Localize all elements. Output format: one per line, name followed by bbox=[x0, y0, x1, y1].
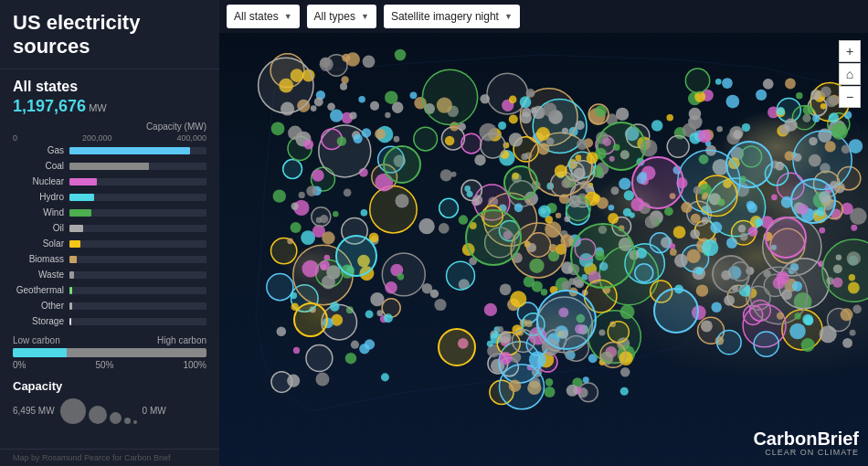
chart-section: Capacity (MW) 0 200,000 400,000 GasCoalN… bbox=[13, 122, 206, 328]
imagery-dropdown-arrow: ▼ bbox=[504, 12, 513, 21]
total-mw: 1,197,676 MW bbox=[13, 97, 206, 116]
types-dropdown[interactable]: All types ▼ bbox=[307, 5, 376, 28]
bar-row-biomass: Biomass bbox=[13, 253, 206, 266]
types-dropdown-arrow: ▼ bbox=[361, 12, 369, 21]
states-dropdown-label: All states bbox=[234, 10, 279, 23]
bar-track bbox=[69, 256, 206, 263]
bar-fill bbox=[69, 147, 190, 154]
bar-label: Geothermal bbox=[13, 285, 69, 295]
bar-track bbox=[69, 178, 206, 185]
bar-label: Other bbox=[13, 301, 69, 311]
bar-track bbox=[69, 194, 206, 201]
axis-labels: 0 200,000 400,000 bbox=[13, 133, 206, 143]
left-panel: US electricity sources All states 1,197,… bbox=[0, 0, 219, 466]
axis-0: 0 bbox=[13, 133, 17, 143]
bar-fill bbox=[69, 240, 80, 248]
bar-fill bbox=[69, 225, 83, 232]
bar-row-geothermal: Geothermal bbox=[13, 284, 206, 297]
bar-label: Wind bbox=[13, 207, 69, 217]
bar-label: Hydro bbox=[13, 192, 69, 202]
capacity-max: 6,495 MW bbox=[13, 406, 55, 416]
bar-fill bbox=[69, 178, 97, 185]
bar-fill bbox=[69, 194, 94, 201]
bar-row-nuclear: Nuclear bbox=[13, 175, 206, 188]
bar-track bbox=[69, 225, 206, 232]
chart-title: Capacity (MW) bbox=[13, 122, 206, 132]
circle-medium bbox=[89, 406, 107, 424]
bar-fill bbox=[69, 209, 91, 217]
carbon-low-label: Low carbon bbox=[13, 335, 60, 345]
circle-large bbox=[60, 398, 86, 424]
bar-fill bbox=[69, 163, 149, 170]
bar-row-gas: Gas bbox=[13, 144, 206, 157]
watermark: Map by Rosamund Pearce for Carbon Brief bbox=[0, 449, 219, 466]
dots-layer bbox=[219, 0, 868, 466]
bar-label: Solar bbox=[13, 238, 69, 249]
bar-fill bbox=[69, 256, 77, 263]
bar-row-wind: Wind bbox=[13, 207, 206, 219]
capacity-legend-title: Capacity bbox=[13, 379, 206, 393]
bar-track bbox=[69, 318, 206, 325]
bar-label: Nuclear bbox=[13, 176, 69, 186]
bar-fill bbox=[69, 302, 72, 310]
carbonbrief-logo: CarbonBrief CLEAR ON CLIMATE bbox=[753, 429, 859, 457]
panel-title: US electricity sources bbox=[0, 0, 219, 69]
bar-row-waste: Waste bbox=[13, 269, 206, 281]
carbon-section: Low carbon High carbon 0% 50% 100% bbox=[13, 335, 206, 370]
mw-range: 6,495 MW 0 MW bbox=[13, 398, 206, 424]
axis-200k: 200,000 bbox=[82, 133, 112, 143]
bar-fill bbox=[69, 271, 74, 279]
bar-track bbox=[69, 271, 206, 279]
map-header: All states ▼ All types ▼ Satellite image… bbox=[219, 0, 868, 33]
carbon-bar-fill bbox=[13, 348, 67, 357]
circle-small bbox=[110, 412, 122, 424]
bar-label: Gas bbox=[13, 145, 69, 155]
bar-row-other: Other bbox=[13, 300, 206, 312]
imagery-dropdown-label: Satellite imagery night bbox=[391, 10, 499, 23]
carbon-pct-labels: 0% 50% 100% bbox=[13, 360, 206, 370]
bar-label: Coal bbox=[13, 161, 69, 171]
carbon-high-label: High carbon bbox=[157, 335, 206, 345]
bar-track bbox=[69, 147, 206, 154]
types-dropdown-label: All types bbox=[314, 10, 355, 23]
bar-track bbox=[69, 302, 206, 310]
bar-row-solar: Solar bbox=[13, 238, 206, 250]
carbon-labels: Low carbon High carbon bbox=[13, 335, 206, 345]
bars-container: GasCoalNuclearHydroWindOilSolarBiomassWa… bbox=[13, 144, 206, 328]
bar-label: Waste bbox=[13, 270, 69, 280]
cb-sub: CLEAR ON CLIMATE bbox=[753, 448, 859, 457]
states-dropdown[interactable]: All states ▼ bbox=[227, 5, 300, 28]
axis-400k: 400,000 bbox=[176, 133, 206, 143]
circle-tiny bbox=[124, 418, 131, 424]
bar-row-oil: Oil bbox=[13, 222, 206, 235]
bar-row-hydro: Hydro bbox=[13, 191, 206, 204]
bar-fill bbox=[69, 287, 72, 294]
bar-track bbox=[69, 209, 206, 217]
panel-body: All states 1,197,676 MW Capacity (MW) 0 … bbox=[0, 69, 219, 449]
mw-unit: MW bbox=[86, 102, 107, 113]
map-controls: + ⌂ − bbox=[839, 40, 861, 109]
bar-label: Biomass bbox=[13, 254, 69, 264]
pct-50: 50% bbox=[95, 360, 113, 370]
bar-label: Storage bbox=[13, 316, 69, 326]
bar-label: Oil bbox=[13, 223, 69, 233]
zoom-in-button[interactable]: + bbox=[839, 40, 861, 62]
bar-fill bbox=[69, 318, 71, 325]
bar-track bbox=[69, 287, 206, 294]
circle-micro bbox=[133, 420, 137, 424]
bar-track bbox=[69, 163, 206, 170]
capacity-legend: Capacity 6,495 MW 0 MW bbox=[13, 379, 206, 424]
zoom-out-button[interactable]: − bbox=[839, 86, 861, 108]
imagery-dropdown[interactable]: Satellite imagery night ▼ bbox=[384, 5, 520, 28]
bar-row-storage: Storage bbox=[13, 315, 206, 328]
cb-name: CarbonBrief bbox=[753, 429, 859, 448]
bar-track bbox=[69, 240, 206, 248]
states-dropdown-arrow: ▼ bbox=[284, 12, 292, 21]
map-area: All states ▼ All types ▼ Satellite image… bbox=[219, 0, 868, 466]
region-label: All states bbox=[13, 79, 206, 95]
pct-100: 100% bbox=[183, 360, 206, 370]
pct-0: 0% bbox=[13, 360, 26, 370]
bar-row-coal: Coal bbox=[13, 160, 206, 173]
home-button[interactable]: ⌂ bbox=[839, 63, 861, 85]
capacity-min: 0 MW bbox=[143, 406, 166, 416]
